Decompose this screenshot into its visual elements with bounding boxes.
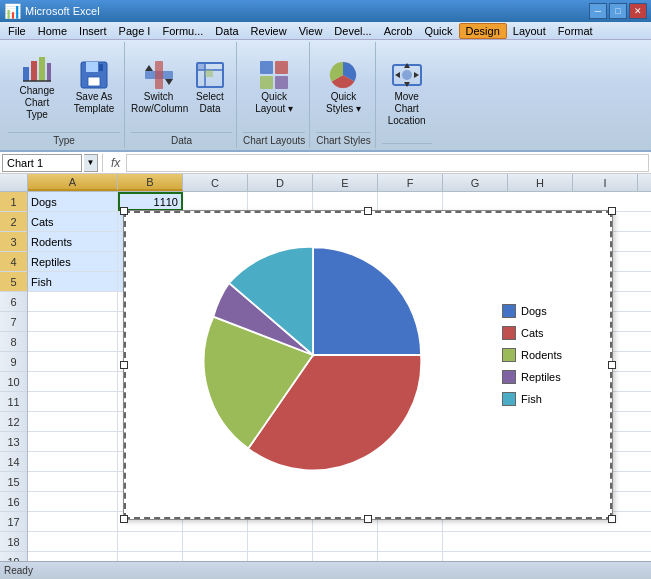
legend-label-dogs: Dogs: [521, 305, 547, 317]
menu-file[interactable]: File: [2, 24, 32, 38]
legend-item-fish: Fish: [502, 392, 602, 406]
svg-rect-10: [155, 61, 163, 89]
close-button[interactable]: ✕: [629, 3, 647, 19]
menu-layout[interactable]: Layout: [507, 24, 552, 38]
row-num-6[interactable]: 6: [0, 292, 27, 312]
menu-format[interactable]: Format: [552, 24, 599, 38]
row-num-19[interactable]: 19: [0, 552, 27, 561]
status-bar: Ready: [0, 561, 651, 579]
menu-formulas[interactable]: Formu...: [156, 24, 209, 38]
cell-A3[interactable]: Rodents: [28, 232, 118, 251]
switch-row-column-icon: [143, 59, 175, 91]
save-as-template-button[interactable]: Save AsTemplate: [68, 55, 120, 119]
cell-A6[interactable]: [28, 292, 118, 311]
col-header-J[interactable]: J: [638, 174, 651, 191]
menu-design[interactable]: Design: [459, 23, 507, 39]
row-num-14[interactable]: 14: [0, 452, 27, 472]
legend-color-rodents: [502, 348, 516, 362]
row-num-7[interactable]: 7: [0, 312, 27, 332]
row-num-5[interactable]: 5: [0, 272, 27, 292]
col-header-D[interactable]: D: [248, 174, 313, 191]
save-template-label: Save AsTemplate: [74, 91, 115, 115]
row-num-3[interactable]: 3: [0, 232, 27, 252]
location-group-label: [382, 143, 432, 146]
row-num-15[interactable]: 15: [0, 472, 27, 492]
svg-rect-16: [197, 63, 205, 70]
menu-data[interactable]: Data: [209, 24, 244, 38]
row-num-16[interactable]: 16: [0, 492, 27, 512]
corner-cell: [0, 174, 28, 191]
svg-rect-3: [47, 63, 51, 81]
menu-home[interactable]: Home: [32, 24, 73, 38]
cell-D1[interactable]: [248, 192, 313, 211]
ribbon-group-chart-styles: QuickStyles ▾ Chart Styles: [312, 42, 375, 148]
ribbon-group-chart-layouts: QuickLayout ▾ Chart Layouts: [239, 42, 310, 148]
row-num-18[interactable]: 18: [0, 532, 27, 552]
select-data-button[interactable]: SelectData: [188, 55, 232, 119]
cell-A5[interactable]: Fish: [28, 272, 118, 291]
cell-C1[interactable]: [183, 192, 248, 211]
col-header-G[interactable]: G: [443, 174, 508, 191]
menu-developer[interactable]: Devel...: [328, 24, 377, 38]
legend-color-reptiles: [502, 370, 516, 384]
change-chart-type-icon: [21, 53, 53, 85]
menu-review[interactable]: Review: [245, 24, 293, 38]
chart-container[interactable]: Dogs Cats Rodents: [123, 210, 613, 520]
data-group-label: Data: [131, 132, 232, 146]
name-box-dropdown[interactable]: ▼: [84, 154, 98, 172]
legend-item-rodents: Rodents: [502, 348, 602, 362]
row-num-1[interactable]: 1: [0, 192, 27, 212]
legend-label-rodents: Rodents: [521, 349, 562, 361]
col-header-H[interactable]: H: [508, 174, 573, 191]
legend-label-reptiles: Reptiles: [521, 371, 561, 383]
menu-page[interactable]: Page I: [113, 24, 157, 38]
name-box[interactable]: Chart 1: [2, 154, 82, 172]
svg-point-24: [402, 70, 412, 80]
col-header-C[interactable]: C: [183, 174, 248, 191]
row-num-12[interactable]: 12: [0, 412, 27, 432]
quick-layout-icon: [258, 59, 290, 91]
svg-rect-1: [31, 61, 37, 81]
maximize-button[interactable]: □: [609, 3, 627, 19]
row-num-8[interactable]: 8: [0, 332, 27, 352]
ribbon-group-data: SwitchRow/Column SelectData: [127, 42, 237, 148]
spreadsheet-area: A B C D E F G H I J 1 2 3 4 5 6 7 8 9 10…: [0, 174, 651, 561]
col-header-B[interactable]: B: [118, 174, 183, 191]
row-num-9[interactable]: 9: [0, 352, 27, 372]
pie-chart-svg: [193, 235, 433, 475]
change-chart-type-button[interactable]: ChangeChart Type: [8, 49, 66, 125]
legend-item-cats: Cats: [502, 326, 602, 340]
app-icon: 📊: [4, 3, 21, 19]
ribbon: ChangeChart Type Save AsTemplate Type: [0, 40, 651, 152]
menu-insert[interactable]: Insert: [73, 24, 113, 38]
table-row: [28, 532, 651, 552]
ribbon-group-type: ChangeChart Type Save AsTemplate Type: [4, 42, 125, 148]
col-header-A[interactable]: A: [28, 174, 118, 191]
quick-styles-label: QuickStyles ▾: [326, 91, 361, 115]
menu-acrobat[interactable]: Acrob: [378, 24, 419, 38]
row-num-2[interactable]: 2: [0, 212, 27, 232]
svg-rect-20: [260, 76, 273, 89]
minimize-button[interactable]: ─: [589, 3, 607, 19]
legend-color-cats: [502, 326, 516, 340]
col-header-F[interactable]: F: [378, 174, 443, 191]
cell-A2[interactable]: Cats: [28, 212, 118, 231]
row-num-11[interactable]: 11: [0, 392, 27, 412]
row-num-4[interactable]: 4: [0, 252, 27, 272]
move-chart-location-button[interactable]: MoveChartLocation: [382, 55, 432, 131]
switch-row-column-button[interactable]: SwitchRow/Column: [131, 55, 186, 119]
quick-styles-button[interactable]: QuickStyles ▾: [320, 55, 367, 119]
cell-F1[interactable]: [378, 192, 443, 211]
col-header-I[interactable]: I: [573, 174, 638, 191]
row-num-13[interactable]: 13: [0, 432, 27, 452]
cell-A1[interactable]: Dogs: [28, 192, 118, 211]
svg-rect-2: [39, 57, 45, 81]
row-num-10[interactable]: 10: [0, 372, 27, 392]
menu-quick[interactable]: Quick: [418, 24, 458, 38]
quick-layout-button[interactable]: QuickLayout ▾: [249, 55, 299, 119]
menu-view[interactable]: View: [293, 24, 329, 38]
cell-A4[interactable]: Reptiles: [28, 252, 118, 271]
row-num-17[interactable]: 17: [0, 512, 27, 532]
formula-input[interactable]: [126, 154, 649, 172]
col-header-E[interactable]: E: [313, 174, 378, 191]
